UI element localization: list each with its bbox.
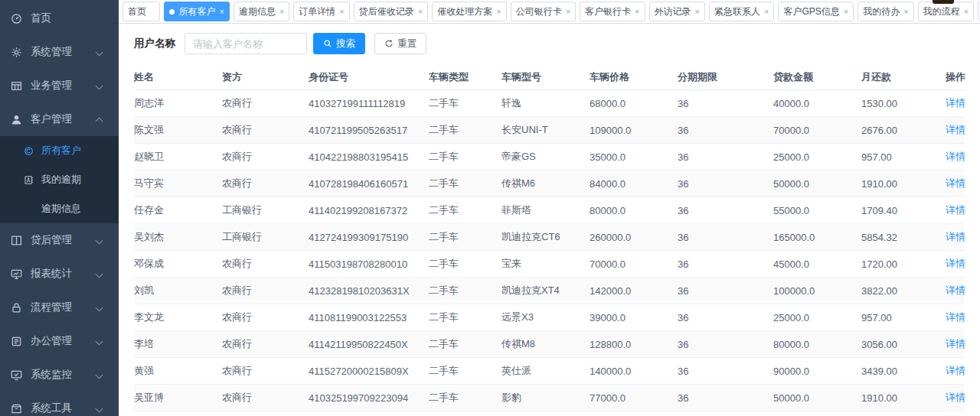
cell-funder: 农商行 <box>222 257 309 271</box>
close-icon[interactable]: × <box>496 8 501 16</box>
sidebar-item[interactable]: 系统工具 <box>0 392 119 416</box>
column-header: 分期期限 <box>678 70 773 84</box>
cell-name: 吴亚博 <box>134 391 222 405</box>
cell-id-number: 411081199003122553 <box>309 312 429 323</box>
close-icon[interactable]: × <box>635 8 639 16</box>
close-icon[interactable]: × <box>964 8 969 16</box>
close-icon[interactable]: × <box>903 8 908 16</box>
tab[interactable]: 订单详情 × <box>293 2 349 21</box>
close-icon[interactable]: × <box>566 8 570 16</box>
cell-model: 宝来 <box>501 257 590 271</box>
detail-link[interactable]: 详情 <box>946 284 965 296</box>
detail-link[interactable]: 详情 <box>946 311 965 323</box>
sidebar-item[interactable]: 系统监控 <box>0 358 119 392</box>
detail-link[interactable]: 详情 <box>946 392 965 403</box>
tab[interactable]: 逾期信息 × <box>234 2 289 21</box>
cell-funder: 农商行 <box>222 310 309 324</box>
sidebar-item[interactable]: 报表统计 <box>0 257 119 291</box>
cell-vehicle-type: 二手车 <box>429 310 501 324</box>
tab[interactable]: 我的流程 × <box>918 2 974 21</box>
monitor-check-icon <box>11 369 22 381</box>
column-header: 操作 <box>946 70 965 84</box>
app-root: 首页 系统管理 业务管理 客户管理 所有客户 我的逾期 逾期信息 贷后管理 报表… <box>0 0 980 416</box>
detail-link[interactable]: 详情 <box>946 338 965 349</box>
detail-link[interactable]: 详情 <box>946 177 965 189</box>
detail-link[interactable]: 详情 <box>946 231 965 242</box>
tab[interactable]: 催收处理方案 × <box>432 2 506 21</box>
tab[interactable]: 我的待办 × <box>858 2 913 21</box>
tab[interactable]: 外访记录 × <box>649 2 705 21</box>
cell-periods: 36 <box>678 339 773 350</box>
close-icon[interactable]: × <box>418 8 423 16</box>
search-input[interactable] <box>185 33 307 54</box>
tab[interactable]: 首页 × <box>122 2 160 21</box>
cell-loan: 40000.0 <box>773 98 861 109</box>
sidebar-subitem[interactable]: 我的逾期 <box>0 165 119 194</box>
cell-vehicle-type: 二手车 <box>429 257 501 271</box>
tab-label: 客户银行卡 <box>585 5 631 18</box>
cell-loan: 25000.0 <box>773 312 861 323</box>
cell-id-number: 411402199208167372 <box>309 205 429 216</box>
detail-link[interactable]: 详情 <box>946 204 965 216</box>
table-body: 周志洋 农商行 410327199111112819 二手车 轩逸 68000.… <box>134 90 965 416</box>
close-icon[interactable]: × <box>844 8 848 16</box>
cell-vehicle-type: 二手车 <box>429 284 501 297</box>
cell-id-number: 410325199709223094 <box>309 392 429 404</box>
cell-periods: 36 <box>678 151 773 163</box>
detail-link[interactable]: 详情 <box>946 365 965 376</box>
cell-funder: 农商行 <box>222 96 309 110</box>
close-icon[interactable]: × <box>279 8 284 16</box>
table-row: 马守宾 农商行 410728198406160571 二手车 传祺M6 8400… <box>134 171 965 197</box>
cell-model: 凯迪拉克XT4 <box>501 284 590 297</box>
search-button[interactable]: 搜索 <box>313 33 365 54</box>
sidebar-subitem-label: 所有客户 <box>41 144 81 158</box>
tab[interactable]: 贷后催收记录 × <box>354 2 428 21</box>
sidebar-item[interactable]: 客户管理 <box>0 102 119 136</box>
detail-link[interactable]: 详情 <box>946 258 965 269</box>
cell-loan: 50000.0 <box>773 178 861 190</box>
tab[interactable]: 客户GPS信息 × <box>778 2 854 21</box>
sidebar-item-label: 流程管理 <box>31 301 72 314</box>
sidebar-item[interactable]: 系统管理 <box>0 35 119 69</box>
detail-link[interactable]: 详情 <box>946 151 965 162</box>
cell-action: 详情 <box>946 203 965 217</box>
detail-link[interactable]: 详情 <box>946 124 965 135</box>
close-icon[interactable]: × <box>695 8 700 16</box>
cell-periods: 36 <box>678 232 773 243</box>
cell-vehicle-type: 二手车 <box>429 123 501 137</box>
sidebar-item[interactable]: 流程管理 <box>0 291 119 324</box>
sidebar-item[interactable]: 贷后管理 <box>0 223 119 257</box>
close-icon[interactable]: × <box>219 8 224 16</box>
table-row: 李文龙 农商行 411081199003122553 二手车 远景X3 3900… <box>134 304 965 331</box>
cell-action: 详情 <box>946 337 965 351</box>
chevron-down-icon <box>96 82 103 89</box>
table-row: 周志洋 农商行 410327199111112819 二手车 轩逸 68000.… <box>134 90 965 117</box>
table-row: 刘凯 农商行 41232819810203631X 二手车 凯迪拉克XT4 14… <box>134 278 965 304</box>
cell-price: 68000.0 <box>590 98 678 109</box>
tab[interactable]: 公司银行卡 × <box>511 2 576 21</box>
cell-price: 142000.0 <box>590 285 678 297</box>
avatar[interactable] <box>933 0 954 4</box>
cell-id-number: 410721199505263517 <box>309 125 429 136</box>
cell-id-number: 410327199111112819 <box>309 98 429 109</box>
cell-model: 英仕派 <box>501 364 590 378</box>
detail-link[interactable]: 详情 <box>946 97 965 109</box>
cell-model: 远景X3 <box>501 310 590 324</box>
cell-action: 详情 <box>946 150 965 164</box>
sidebar-subitem[interactable]: 逾期信息 <box>0 194 119 223</box>
cell-action: 详情 <box>946 257 965 271</box>
search-icon <box>323 39 332 48</box>
tab[interactable]: 紧急联系人 × <box>709 2 774 21</box>
sidebar-item[interactable]: 办公管理 <box>0 324 119 358</box>
sidebar-subitem[interactable]: 所有客户 <box>0 136 119 165</box>
close-icon[interactable]: × <box>764 8 769 16</box>
reset-button[interactable]: 重置 <box>374 33 426 54</box>
sidebar-item[interactable]: 首页 <box>0 2 119 35</box>
cell-monthly: 957.00 <box>861 151 946 163</box>
cell-monthly: 1910.00 <box>861 178 946 190</box>
tab[interactable]: 所有客户 × <box>164 2 229 21</box>
sidebar-item[interactable]: 业务管理 <box>0 69 119 102</box>
close-icon[interactable]: × <box>339 8 344 16</box>
tab[interactable]: 客户银行卡 × <box>580 2 645 21</box>
chevron-down-icon <box>96 270 103 278</box>
